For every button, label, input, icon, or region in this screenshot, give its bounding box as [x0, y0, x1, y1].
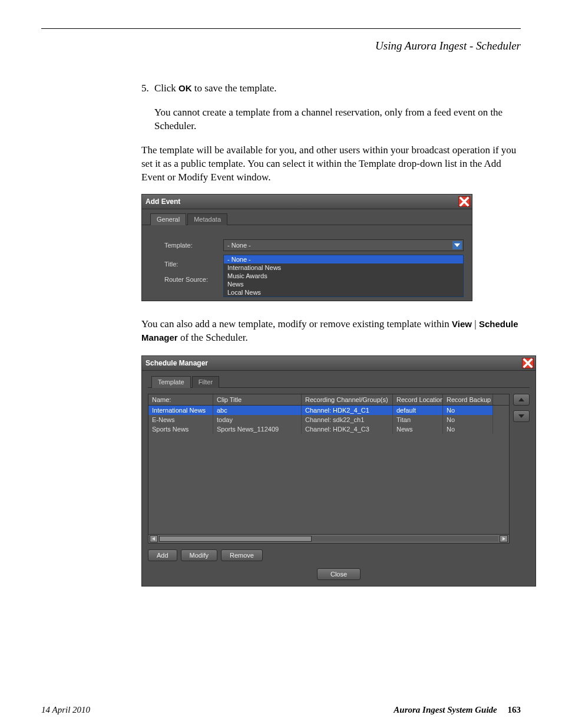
dropdown-option-none[interactable]: - None -: [224, 255, 463, 263]
move-down-button[interactable]: [513, 410, 530, 422]
move-up-button[interactable]: [513, 394, 530, 406]
scroll-track[interactable]: [159, 536, 498, 542]
col-rec-channel[interactable]: Recording Channel/Group(s): [302, 394, 393, 405]
dropdown-option-intl[interactable]: International News: [224, 263, 463, 272]
cell-bk: No: [443, 424, 493, 434]
dropdown-option-local[interactable]: Local News: [224, 288, 463, 297]
template-grid[interactable]: Name: Clip Title Recording Channel/Group…: [148, 394, 510, 543]
footer-date: 14 April 2010: [41, 705, 90, 715]
chevron-down-icon[interactable]: [452, 241, 462, 249]
close-icon[interactable]: [458, 196, 470, 207]
step-5: 5. Click OK to save the template.: [141, 82, 521, 95]
cell-loc: News: [393, 424, 443, 434]
cell-bk: No: [443, 406, 493, 415]
paragraph-1: The template will be available for you, …: [141, 144, 521, 185]
grid-empty-area: [148, 434, 509, 534]
sm-title: Schedule Manager: [146, 359, 208, 367]
col-rec-location[interactable]: Record Location: [393, 394, 443, 405]
para2-post: of the Scheduler.: [178, 332, 248, 343]
para2-pipe: |: [472, 318, 479, 330]
template-label: Template:: [164, 242, 223, 249]
dropdown-option-music[interactable]: Music Awards: [224, 272, 463, 280]
header-rule: [41, 28, 521, 29]
dropdown-option-news[interactable]: News: [224, 280, 463, 288]
cell-name: International News: [148, 406, 213, 415]
dialog-titlebar: Add Event: [142, 195, 472, 209]
scroll-thumb[interactable]: [159, 536, 312, 542]
sm-titlebar: Schedule Manager: [142, 356, 535, 371]
col-clip-title[interactable]: Clip Title: [213, 394, 302, 405]
table-row[interactable]: E-News today Channel: sdk22_ch1 Titan No: [148, 415, 509, 424]
tab-metadata[interactable]: Metadata: [187, 213, 227, 225]
close-button[interactable]: Close: [317, 568, 361, 580]
dialog-title: Add Event: [146, 197, 180, 206]
cell-name: Sports News: [148, 424, 213, 434]
step-number: 5.: [141, 82, 154, 95]
tab-general[interactable]: General: [150, 213, 186, 225]
remove-button[interactable]: Remove: [221, 549, 263, 561]
modify-button[interactable]: Modify: [181, 549, 217, 561]
scroll-left-icon[interactable]: [150, 535, 158, 542]
tab-template[interactable]: Template: [151, 376, 191, 388]
cell-name: E-News: [148, 415, 213, 424]
add-button[interactable]: Add: [148, 549, 177, 561]
schedule-manager-dialog: Schedule Manager Template Filter Name: C…: [141, 355, 536, 587]
col-rec-backup[interactable]: Record Backup: [443, 394, 493, 405]
grid-header: Name: Clip Title Recording Channel/Group…: [148, 394, 509, 406]
cell-clip: abc: [213, 406, 302, 415]
scroll-right-icon[interactable]: [500, 535, 508, 542]
footer-page-number: 163: [508, 705, 521, 714]
cell-clip: today: [213, 415, 302, 424]
para2-pre: You can also add a new template, modify …: [141, 318, 452, 330]
sm-tab-strip: Template Filter: [148, 375, 530, 388]
tab-filter[interactable]: Filter: [192, 376, 219, 388]
cell-bk: No: [443, 415, 493, 424]
footer-guide: Aurora Ingest System Guide: [394, 705, 497, 714]
step-text: Click OK to save the template.: [154, 82, 521, 95]
cell-loc: Titan: [393, 415, 443, 424]
close-icon[interactable]: [522, 358, 534, 368]
cell-loc: default: [393, 406, 443, 415]
template-combo[interactable]: - None -: [223, 239, 464, 251]
ok-bold: OK: [178, 83, 192, 93]
step-text-post: to save the template.: [192, 83, 277, 94]
running-head: Using Aurora Ingest - Scheduler: [41, 39, 521, 52]
col-name[interactable]: Name:: [148, 394, 213, 405]
template-dropdown-list[interactable]: - None - International News Music Awards…: [223, 255, 464, 297]
add-event-dialog: Add Event General Metadata Template: - N…: [141, 194, 472, 301]
cell-chan: Channel: sdk22_ch1: [302, 415, 393, 424]
para2-view: View: [452, 319, 472, 329]
step-note: You cannot create a template from a chan…: [154, 106, 521, 133]
title-label: Title:: [164, 261, 178, 268]
page-footer: 14 April 2010 Aurora Ingest System Guide…: [41, 705, 521, 715]
paragraph-2: You can also add a new template, modify …: [141, 318, 521, 345]
cell-chan: Channel: HDK2_4_C3: [302, 424, 393, 434]
table-row[interactable]: International News abc Channel: HDK2_4_C…: [148, 406, 509, 415]
router-source-label: Router Source:: [164, 276, 208, 283]
step-text-pre: Click: [154, 83, 178, 94]
tab-strip: General Metadata: [142, 209, 472, 225]
cell-clip: Sports News_112409: [213, 424, 302, 434]
cell-chan: Channel: HDK2_4_C1: [302, 406, 393, 415]
template-combo-value: - None -: [227, 242, 251, 249]
table-row[interactable]: Sports News Sports News_112409 Channel: …: [148, 424, 509, 434]
horizontal-scrollbar[interactable]: [148, 534, 509, 543]
